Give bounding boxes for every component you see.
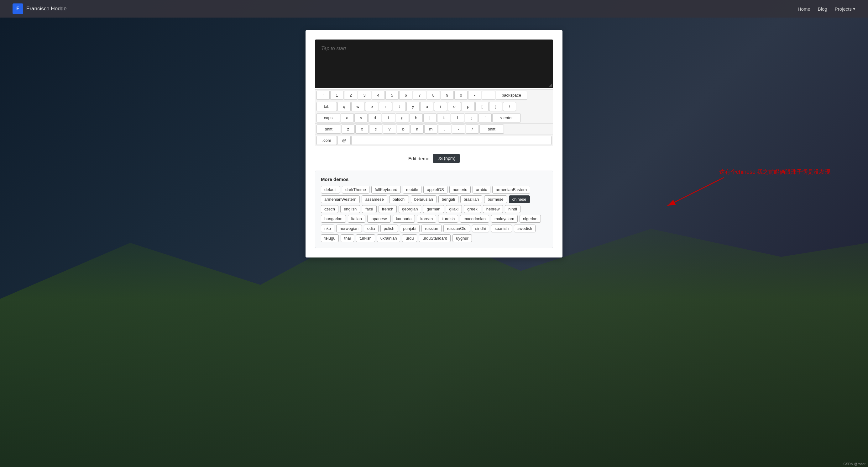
demo-tag-ukrainian[interactable]: ukrainian [377, 234, 400, 242]
key-lbracket[interactable]: [ [475, 102, 489, 111]
nav-blog[interactable]: Blog [818, 6, 827, 11]
key-period[interactable]: . [438, 124, 451, 134]
key-q[interactable]: q [338, 102, 351, 111]
demo-tag-hindi[interactable]: hindi [505, 205, 520, 213]
demo-tag-macedonian[interactable]: macedonian [460, 215, 489, 223]
key-shift-minus[interactable]: - [452, 124, 465, 134]
key-shift-left[interactable]: shift [316, 124, 341, 134]
resize-handle[interactable]: ◢ [549, 83, 552, 87]
key-i[interactable]: i [434, 102, 447, 111]
demo-tag-greek[interactable]: greek [464, 205, 481, 213]
demo-tag-english[interactable]: english [340, 205, 360, 213]
nav-projects-dropdown[interactable]: Projects ▾ [835, 6, 856, 11]
nav-home[interactable]: Home [798, 6, 810, 11]
key-semicolon[interactable]: ; [465, 113, 478, 122]
key-s[interactable]: s [354, 113, 368, 122]
key-c[interactable]: c [369, 124, 382, 134]
key-backspace[interactable]: backspace [496, 91, 527, 100]
demo-tag-french[interactable]: french [378, 205, 397, 213]
demo-tag-urduStandard[interactable]: urduStandard [419, 234, 451, 242]
demo-tag-punjabi[interactable]: punjabi [400, 225, 420, 232]
key-0[interactable]: 0 [454, 91, 468, 100]
demo-tag-farsi[interactable]: farsi [362, 205, 377, 213]
demo-tag-burmese[interactable]: burmese [484, 195, 507, 203]
demo-tag-swedish[interactable]: swedish [514, 225, 535, 232]
key-enter[interactable]: < enter [492, 113, 521, 122]
demo-tag-turkish[interactable]: turkish [356, 234, 375, 242]
demo-tag-nko[interactable]: nko [321, 225, 334, 232]
demo-tag-russianOld[interactable]: russianOld [443, 225, 470, 232]
key-space[interactable] [351, 136, 552, 145]
key-2[interactable]: 2 [344, 91, 357, 100]
key-a[interactable]: a [341, 113, 354, 122]
demo-tag-telugu[interactable]: telugu [321, 234, 339, 242]
demo-tag-numeric[interactable]: numeric [450, 186, 471, 194]
key-r[interactable]: r [379, 102, 392, 111]
key-backslash[interactable]: \ [503, 102, 516, 111]
key-3[interactable]: 3 [358, 91, 371, 100]
key-minus[interactable]: - [468, 91, 481, 100]
js-npm-button[interactable]: JS (npm) [433, 154, 460, 163]
key-j[interactable]: j [423, 113, 436, 122]
key-n[interactable]: n [410, 124, 424, 134]
demo-tag-belarusian[interactable]: belarusian [411, 195, 436, 203]
brand-link[interactable]: F Francisco Hodge [12, 3, 67, 14]
demo-tag-fullKeyboard[interactable]: fullKeyboard [371, 186, 401, 194]
demo-tag-balochi[interactable]: balochi [389, 195, 409, 203]
demo-tag-norwegian[interactable]: norwegian [336, 225, 362, 232]
key-caps[interactable]: caps [316, 113, 340, 122]
demo-tag-thai[interactable]: thai [341, 234, 354, 242]
key-m[interactable]: m [424, 124, 437, 134]
key-slash[interactable]: / [466, 124, 479, 134]
typing-area[interactable]: Tap to start ◢ [315, 39, 553, 88]
key-y[interactable]: y [406, 102, 420, 111]
key-o[interactable]: o [448, 102, 461, 111]
demo-tag-mobile[interactable]: mobile [403, 186, 422, 194]
demo-tag-georgian[interactable]: georgian [399, 205, 422, 213]
demo-tag-uyghur[interactable]: uyghur [453, 234, 472, 242]
demo-tag-brazilian[interactable]: brazilian [460, 195, 482, 203]
demo-tag-appleIOS[interactable]: appleIOS [423, 186, 447, 194]
key-d[interactable]: d [368, 113, 381, 122]
key-dotcom[interactable]: .com [316, 136, 337, 145]
key-shift-right[interactable]: shift [479, 124, 504, 134]
demo-tag-malayalam[interactable]: malayalam [491, 215, 518, 223]
demo-tag-urdu[interactable]: urdu [402, 234, 417, 242]
demo-tag-nigerian[interactable]: nigerian [520, 215, 541, 223]
key-u[interactable]: u [420, 102, 433, 111]
demo-tag-gilaki[interactable]: gilaki [446, 205, 462, 213]
key-4[interactable]: 4 [372, 91, 385, 100]
demo-tag-polish[interactable]: polish [380, 225, 398, 232]
key-w[interactable]: w [351, 102, 365, 111]
key-h[interactable]: h [409, 113, 423, 122]
key-1[interactable]: 1 [330, 91, 343, 100]
key-9[interactable]: 9 [441, 91, 454, 100]
key-x[interactable]: x [355, 124, 369, 134]
demo-tag-russian[interactable]: russian [422, 225, 441, 232]
key-rbracket[interactable]: ] [489, 102, 502, 111]
key-tab[interactable]: tab [316, 102, 337, 111]
demo-tag-default[interactable]: default [321, 186, 340, 194]
key-backtick[interactable]: ' [316, 91, 330, 100]
key-e[interactable]: e [365, 102, 378, 111]
key-b[interactable]: b [397, 124, 410, 134]
key-8[interactable]: 8 [427, 91, 440, 100]
demo-tag-spanish[interactable]: spanish [491, 225, 512, 232]
key-p[interactable]: p [462, 102, 475, 111]
key-equals[interactable]: = [482, 91, 495, 100]
demo-tag-german[interactable]: german [423, 205, 444, 213]
demo-tag-odia[interactable]: odia [364, 225, 378, 232]
demo-tag-bengali[interactable]: bengali [438, 195, 459, 203]
key-at[interactable]: @ [338, 136, 351, 145]
key-apostrophe[interactable]: ' [478, 113, 492, 122]
demo-tag-korean[interactable]: korean [417, 215, 436, 223]
key-v[interactable]: v [383, 124, 396, 134]
key-6[interactable]: 6 [399, 91, 412, 100]
key-5[interactable]: 5 [385, 91, 399, 100]
key-z[interactable]: z [342, 124, 355, 134]
demo-tag-japanese[interactable]: japanese [367, 215, 391, 223]
demo-tag-hebrew[interactable]: hebrew [483, 205, 503, 213]
key-7[interactable]: 7 [413, 91, 426, 100]
demo-tag-kurdish[interactable]: kurdish [438, 215, 458, 223]
key-l[interactable]: l [451, 113, 464, 122]
